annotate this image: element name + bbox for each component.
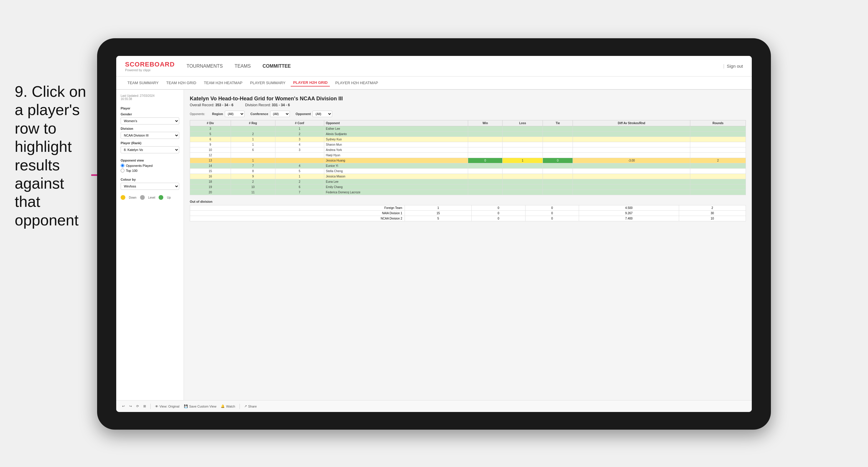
- cell-rounds: [690, 137, 746, 142]
- logo-area: SCOREBOARD Powered by clippi: [125, 61, 175, 72]
- subnav-team-h2h-grid[interactable]: TEAM H2H GRID: [164, 80, 198, 86]
- player-rank-select[interactable]: 8. Katelyn Vo: [121, 146, 179, 153]
- cell-win: [468, 174, 502, 179]
- history-button[interactable]: ⟳: [136, 404, 139, 408]
- overall-record-label: Overall Record: 353 - 34 - 6: [190, 103, 233, 107]
- subnav-player-summary[interactable]: PLAYER SUMMARY: [248, 80, 288, 86]
- cell-div: 19: [190, 185, 231, 190]
- nav-items: TOURNAMENTS TEAMS COMMITTEE: [187, 61, 723, 71]
- cell-div: 20: [190, 190, 231, 195]
- cell-rounds: [690, 168, 746, 174]
- division-select[interactable]: NCAA Division III: [121, 132, 179, 139]
- colour-by-section: Colour by Win/loss: [121, 178, 179, 190]
- cell-opponent: Sydney Kuo: [324, 137, 468, 142]
- table-row[interactable]: 522Alexis Sudjianto: [190, 131, 746, 137]
- cell-opponent: Haeji Hyun: [324, 153, 468, 158]
- region-filter-select[interactable]: (All): [225, 111, 245, 117]
- table-row[interactable]: 19106Emily Chang: [190, 185, 746, 190]
- table-row[interactable]: 1063Andrea York: [190, 148, 746, 153]
- table-row[interactable]: 914Sharon Mun: [190, 142, 746, 148]
- opponent-filter-select[interactable]: (All): [312, 111, 332, 117]
- cell-win: [468, 131, 502, 137]
- cell-diff: [573, 168, 690, 174]
- out-cell-team: NCAA Division 2: [190, 216, 405, 221]
- share-button[interactable]: ↗ Share: [244, 404, 256, 408]
- out-cell-loss: 0: [472, 206, 525, 211]
- th-diff: Diff Av Strokes/Rnd: [573, 120, 690, 126]
- cell-rounds: [690, 190, 746, 195]
- table-row[interactable]: 131Jessica Huang010-3.002: [190, 158, 746, 163]
- out-cell-diff: 9.267: [579, 211, 679, 216]
- watch-button[interactable]: 🔔 Watch: [221, 404, 235, 408]
- nav-teams[interactable]: TEAMS: [235, 61, 251, 71]
- out-cell-team: NAIA Division 1: [190, 211, 405, 216]
- region-filter-label: Region: [212, 112, 223, 116]
- gender-select[interactable]: Women's: [121, 117, 179, 124]
- table-row[interactable]: 1822Euna Lee: [190, 179, 746, 185]
- cell-win: [468, 190, 502, 195]
- redo-button[interactable]: ↪: [129, 404, 132, 408]
- subnav-team-summary[interactable]: TEAM SUMMARY: [125, 80, 161, 86]
- cell-div: 16: [190, 174, 231, 179]
- colour-dot-down: [121, 195, 125, 200]
- cell-rounds: [690, 185, 746, 190]
- view-original-button[interactable]: 👁 View: Original: [155, 405, 180, 408]
- nav-committee[interactable]: COMMITTEE: [262, 61, 291, 71]
- out-cell-rounds: 10: [679, 216, 746, 221]
- table-row[interactable]: 31Esther Lee: [190, 126, 746, 131]
- cell-win: [468, 185, 502, 190]
- cell-conf: 4: [275, 142, 324, 148]
- cell-div: 10: [190, 148, 231, 153]
- save-custom-view-button[interactable]: 💾 Save Custom View: [184, 404, 217, 408]
- sign-out-button[interactable]: Sign out: [727, 64, 743, 68]
- subnav-player-h2h-grid[interactable]: PLAYER H2H GRID: [291, 79, 330, 87]
- table-row[interactable]: 20117Federica Domecq Lacroze: [190, 190, 746, 195]
- cell-tie: [542, 131, 572, 137]
- opponent-filter-label: Opponent: [296, 112, 311, 116]
- table-row[interactable]: 1585Stella Cheng: [190, 168, 746, 174]
- subnav-team-h2h-heatmap[interactable]: TEAM H2H HEATMAP: [202, 80, 245, 86]
- cell-tie: [542, 126, 572, 131]
- cell-opponent: Alexis Sudjianto: [324, 131, 468, 137]
- cell-diff: [573, 174, 690, 179]
- out-table-row[interactable]: NCAA Division 25007.40010: [190, 216, 746, 221]
- table-row[interactable]: 613Sydney Kuo: [190, 137, 746, 142]
- cell-opponent: Stella Cheng: [324, 168, 468, 174]
- eye-icon: 👁: [155, 405, 158, 408]
- th-win: Win: [468, 120, 502, 126]
- cell-div: 18: [190, 179, 231, 185]
- cell-loss: [502, 174, 543, 179]
- cell-tie: [542, 168, 572, 174]
- colour-by-select[interactable]: Win/loss: [121, 183, 179, 190]
- cell-rounds: [690, 142, 746, 148]
- table-row[interactable]: 1474Eunice Yi: [190, 163, 746, 168]
- table-row[interactable]: 12Haeji Hyun: [190, 153, 746, 158]
- out-table-row[interactable]: NAIA Division 115009.26730: [190, 211, 746, 216]
- cell-tie: [542, 190, 572, 195]
- out-table-row[interactable]: Foreign Team1004.5002: [190, 206, 746, 211]
- cell-div: 3: [190, 126, 231, 131]
- colour-dot-up: [159, 195, 163, 200]
- subnav-player-h2h-heatmap[interactable]: PLAYER H2H HEATMAP: [333, 80, 380, 86]
- conference-filter-select[interactable]: (All): [270, 111, 290, 117]
- undo-button[interactable]: ↩: [122, 404, 125, 408]
- radio-top-100[interactable]: Top 100: [121, 168, 179, 173]
- out-cell-win: 5: [405, 216, 472, 221]
- cell-tie: [542, 179, 572, 185]
- out-cell-tie: 0: [525, 206, 579, 211]
- nav-tournaments[interactable]: TOURNAMENTS: [187, 61, 223, 71]
- colour-by-label: Colour by: [121, 178, 179, 181]
- copy-button[interactable]: ⊞: [143, 404, 146, 408]
- out-of-division-table: Foreign Team1004.5002NAIA Division 11500…: [190, 205, 746, 221]
- cell-reg: 11: [231, 190, 275, 195]
- opponent-view-label: Opponent view: [121, 159, 179, 162]
- cell-conf: 5: [275, 168, 324, 174]
- cell-div: 5: [190, 131, 231, 137]
- cell-rounds: [690, 174, 746, 179]
- tablet-frame: SCOREBOARD Powered by clippi TOURNAMENTS…: [97, 38, 771, 430]
- cell-diff: [573, 185, 690, 190]
- cell-diff: [573, 142, 690, 148]
- out-cell-team: Foreign Team: [190, 206, 405, 211]
- radio-opponents-played[interactable]: Opponents Played: [121, 164, 179, 167]
- table-row[interactable]: 1691Jessica Mason: [190, 174, 746, 179]
